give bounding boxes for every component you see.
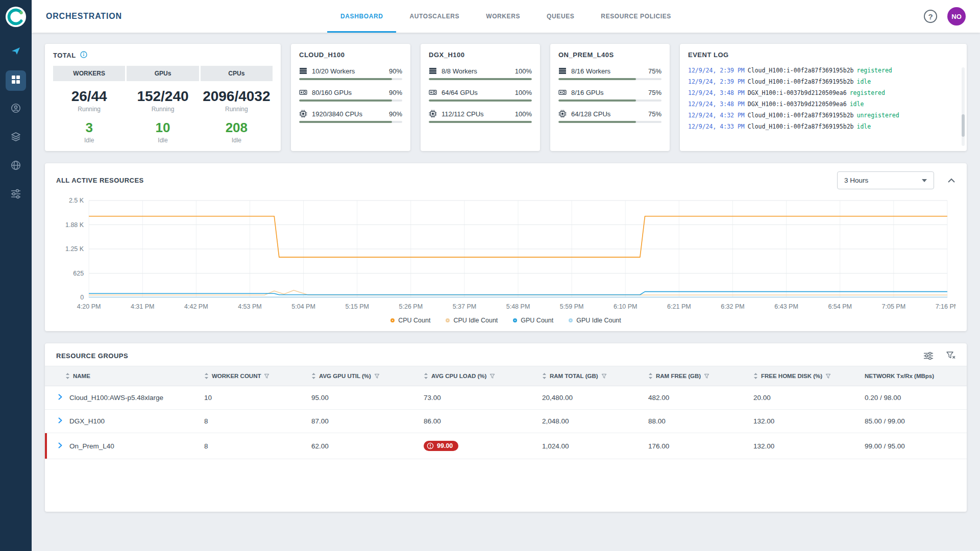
table-row-on-prem-l40[interactable]: On_Prem_L40 8 62.00 99.00 1,024.00 176.0… bbox=[45, 433, 967, 459]
filter-icon[interactable] bbox=[825, 373, 831, 379]
expand-row-icon[interactable] bbox=[58, 394, 62, 402]
metric-label: 10/20 Workers bbox=[312, 67, 384, 75]
column-header-free-home-disk[interactable]: FREE HOME DISK (%) bbox=[747, 366, 859, 386]
utilization-bar bbox=[429, 99, 532, 102]
event-log-scrollbar[interactable] bbox=[962, 67, 965, 146]
expand-row-icon[interactable] bbox=[58, 417, 62, 425]
column-header-avg-gpu-util[interactable]: AVG GPU UTIL (%) bbox=[305, 366, 418, 386]
filter-icon[interactable] bbox=[374, 373, 380, 379]
svg-text:4:20 PM: 4:20 PM bbox=[77, 303, 101, 310]
total-col-header: CPUs bbox=[201, 66, 273, 81]
legend-item-cpu-idle-count[interactable]: CPU Idle Count bbox=[446, 317, 498, 324]
main-area: ORCHESTRATION DASHBOARD AUTOSCALERS WORK… bbox=[32, 0, 980, 551]
row-name: Cloud_H100:AWS-p5.48xlarge bbox=[69, 394, 163, 402]
log-entry: 12/9/24, 2:39 PMCloud_H100:i-00f2a87f369… bbox=[688, 76, 959, 87]
sort-icon[interactable] bbox=[753, 373, 758, 379]
gpu-icon bbox=[299, 88, 307, 96]
cpu-icon bbox=[558, 110, 567, 118]
sidebar-item-launch[interactable] bbox=[6, 42, 26, 62]
alert-value: 99.00 bbox=[437, 442, 453, 449]
workers-metric: 8/16 Workers 75% bbox=[558, 67, 662, 80]
svg-text:6:10 PM: 6:10 PM bbox=[614, 303, 638, 310]
resource-groups-header: RESOURCE GROUPS bbox=[45, 343, 967, 366]
legend-item-gpu-count[interactable]: GPU Count bbox=[513, 317, 553, 324]
sort-icon[interactable] bbox=[204, 373, 209, 379]
sidebar-item-resource-policies[interactable] bbox=[6, 156, 26, 177]
workers-icon bbox=[558, 67, 567, 75]
layers-icon bbox=[11, 132, 21, 144]
table-row-dgx-h100[interactable]: DGX_H100 8 87.00 86.00 2,048.00 88.00 13… bbox=[45, 410, 967, 433]
app-logo[interactable] bbox=[5, 6, 27, 28]
cpus-idle-value: 208 bbox=[201, 120, 273, 136]
column-header-ram-total[interactable]: RAM TOTAL (GB) bbox=[536, 366, 642, 386]
filter-icon[interactable] bbox=[601, 373, 607, 379]
tab-dashboard[interactable]: DASHBOARD bbox=[327, 0, 396, 33]
sidebar-item-workers[interactable] bbox=[6, 99, 26, 119]
row-name: DGX_H100 bbox=[69, 417, 105, 425]
sort-icon[interactable] bbox=[648, 373, 653, 379]
column-header-avg-cpu-load[interactable]: AVG CPU LOAD (%) bbox=[418, 366, 536, 386]
svg-text:4:42 PM: 4:42 PM bbox=[184, 303, 208, 310]
sort-icon[interactable] bbox=[542, 373, 547, 379]
tab-resource-policies[interactable]: RESOURCE POLICIES bbox=[587, 0, 684, 33]
metric-percent: 75% bbox=[648, 67, 662, 75]
gpus-metric: 64/64 GPUs 100% bbox=[429, 88, 532, 102]
column-header-network[interactable]: NETWORK Tx/Rx (MBps) bbox=[859, 366, 967, 386]
column-settings-icon[interactable] bbox=[924, 352, 933, 360]
tab-autoscalers[interactable]: AUTOSCALERS bbox=[396, 0, 473, 33]
log-status: idle bbox=[857, 123, 871, 130]
legend-item-cpu-count[interactable]: CPU Count bbox=[390, 317, 430, 324]
column-label: RAM FREE (GB) bbox=[656, 373, 701, 379]
table-row-cloud-h100[interactable]: Cloud_H100:AWS-p5.48xlarge 10 95.00 73.0… bbox=[45, 386, 967, 410]
sidebar-item-settings[interactable] bbox=[6, 185, 26, 205]
time-range-select[interactable]: 3 Hours bbox=[837, 171, 934, 189]
sort-icon[interactable] bbox=[311, 373, 316, 379]
svg-text:6:21 PM: 6:21 PM bbox=[667, 303, 691, 310]
scrollbar-thumb[interactable] bbox=[962, 114, 965, 137]
column-header-ram-free[interactable]: RAM FREE (GB) bbox=[642, 366, 747, 386]
avatar[interactable]: NO bbox=[947, 7, 966, 26]
cell-ram-free: 88.00 bbox=[642, 410, 747, 433]
topbar-actions: ? NO bbox=[924, 7, 966, 26]
log-resource: Cloud_H100:i-00f2a87f369195b2b bbox=[748, 112, 854, 119]
cell-worker-count: 10 bbox=[198, 386, 305, 410]
metric-label: 8/8 Workers bbox=[442, 67, 510, 75]
sort-icon[interactable] bbox=[424, 373, 428, 379]
cell-ram-total: 2,048.00 bbox=[536, 410, 642, 433]
cpus-metric: 1920/3840 CPUs 90% bbox=[299, 110, 402, 123]
sort-icon[interactable] bbox=[65, 373, 70, 379]
metric-label: 112/112 CPUs bbox=[442, 110, 510, 118]
column-header-worker-count[interactable]: WORKER COUNT bbox=[198, 366, 305, 386]
column-header-name[interactable]: NAME bbox=[45, 366, 198, 386]
info-icon[interactable] bbox=[80, 51, 87, 60]
sidebar-item-queues[interactable] bbox=[6, 128, 26, 148]
sidebar-item-dashboard[interactable] bbox=[6, 70, 26, 91]
resource-groups-table: NAME WORKER COUNT AVG GPU UTIL (%) AVG C… bbox=[45, 366, 967, 459]
metric-label: 64/128 CPUs bbox=[571, 110, 644, 118]
chart-legend: CPU Count CPU Idle Count GPU Count GPU I… bbox=[56, 317, 955, 324]
utilization-bar bbox=[429, 121, 532, 123]
svg-text:1.88 K: 1.88 K bbox=[65, 221, 84, 229]
page-title: ORCHESTRATION bbox=[46, 12, 122, 21]
expand-row-icon[interactable] bbox=[58, 442, 62, 450]
log-timestamp: 12/9/24, 3:48 PM bbox=[688, 101, 745, 108]
svg-text:1.25 K: 1.25 K bbox=[65, 245, 84, 253]
filter-icon[interactable] bbox=[489, 373, 495, 379]
utilization-bar bbox=[558, 99, 636, 102]
tab-queues[interactable]: QUEUES bbox=[533, 0, 587, 33]
log-status: registered bbox=[850, 89, 885, 96]
clear-filters-icon[interactable] bbox=[946, 352, 955, 360]
log-resource: Cloud_H100:i-00f2a87f369195b2b bbox=[748, 123, 854, 130]
total-col-workers: WORKERS 26/44 Running 3 Idle bbox=[53, 66, 125, 144]
legend-label: GPU Idle Count bbox=[576, 317, 621, 324]
cell-avg-gpu-util: 62.00 bbox=[305, 433, 418, 459]
tab-workers[interactable]: WORKERS bbox=[473, 0, 533, 33]
filter-icon[interactable] bbox=[264, 373, 270, 379]
collapse-section-button[interactable] bbox=[947, 178, 955, 183]
cell-ram-free: 482.00 bbox=[642, 386, 747, 410]
gpus-metric: 8/16 GPUs 75% bbox=[558, 88, 662, 102]
cell-ram-free: 176.00 bbox=[642, 433, 747, 459]
help-icon[interactable]: ? bbox=[924, 10, 937, 23]
legend-item-gpu-idle-count[interactable]: GPU Idle Count bbox=[569, 317, 621, 324]
filter-icon[interactable] bbox=[704, 373, 709, 379]
